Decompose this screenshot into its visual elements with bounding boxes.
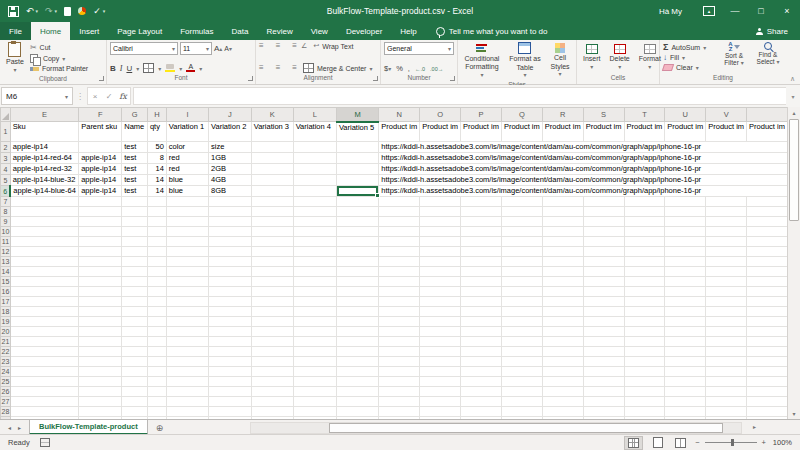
cell-K1[interactable]: Variation 3: [251, 122, 293, 142]
cell-N1[interactable]: Product im: [379, 122, 420, 142]
cell-F26[interactable]: [79, 387, 122, 397]
cell-U11[interactable]: [665, 237, 706, 247]
cell-F6[interactable]: apple-ip14: [79, 186, 122, 197]
cell-P9[interactable]: [461, 217, 502, 227]
cell-R27[interactable]: [542, 397, 583, 407]
cell-G22[interactable]: [122, 347, 148, 357]
cell-P18[interactable]: [461, 307, 502, 317]
cell-M25[interactable]: [336, 377, 378, 387]
cell-R11[interactable]: [542, 237, 583, 247]
cell-F3[interactable]: apple-ip14: [79, 153, 122, 164]
cell-N19[interactable]: [379, 317, 420, 327]
cell-S11[interactable]: [583, 237, 624, 247]
cell-Q15[interactable]: [501, 277, 542, 287]
cell-F2[interactable]: [79, 142, 122, 153]
cell-J17[interactable]: [209, 297, 252, 307]
cell-Q19[interactable]: [501, 317, 542, 327]
cell-J8[interactable]: [209, 207, 252, 217]
row-header-17[interactable]: 17: [1, 297, 11, 307]
cell-Q9[interactable]: [501, 217, 542, 227]
cell-G26[interactable]: [122, 387, 148, 397]
cancel-formula-icon[interactable]: ×: [88, 92, 102, 101]
cell-P1[interactable]: Product im: [461, 122, 502, 142]
zoom-slider[interactable]: [705, 442, 757, 443]
cell-T20[interactable]: [624, 327, 665, 337]
cell-K20[interactable]: [251, 327, 293, 337]
row-header-25[interactable]: 25: [1, 377, 11, 387]
cell-N23[interactable]: [379, 357, 420, 367]
tell-me-box[interactable]: Tell me what you want to do: [426, 22, 558, 40]
row-header-3[interactable]: 3: [1, 153, 11, 164]
cell-U19[interactable]: [665, 317, 706, 327]
share-button[interactable]: Share: [756, 22, 800, 40]
row-header-18[interactable]: 18: [1, 307, 11, 317]
cell-V13[interactable]: [706, 257, 747, 267]
cell-K19[interactable]: [251, 317, 293, 327]
cell-V27[interactable]: [706, 397, 747, 407]
cell-I22[interactable]: [166, 347, 208, 357]
row-header-13[interactable]: 13: [1, 257, 11, 267]
cell-E4[interactable]: apple-ip14-red-32: [10, 164, 78, 175]
cell-K15[interactable]: [251, 277, 293, 287]
row-header-10[interactable]: 10: [1, 227, 11, 237]
cell-V1[interactable]: Product im: [706, 122, 747, 142]
cell-K4[interactable]: [251, 164, 293, 175]
cell-P24[interactable]: [461, 367, 502, 377]
cell-P11[interactable]: [461, 237, 502, 247]
cell-W11[interactable]: [747, 237, 788, 247]
cell-F4[interactable]: apple-ip14: [79, 164, 122, 175]
cell-O22[interactable]: [420, 347, 461, 357]
sort-filter-button[interactable]: AZ Sort & Filter ▾: [718, 42, 750, 73]
row-header-24[interactable]: 24: [1, 367, 11, 377]
cell-Q25[interactable]: [501, 377, 542, 387]
cell-E27[interactable]: [10, 397, 78, 407]
cell-U20[interactable]: [665, 327, 706, 337]
cell-O20[interactable]: [420, 327, 461, 337]
cell-G18[interactable]: [122, 307, 148, 317]
cell-J21[interactable]: [209, 337, 252, 347]
cell-G13[interactable]: [122, 257, 148, 267]
clear-button[interactable]: Clear ▾: [663, 64, 715, 71]
cell-O7[interactable]: [420, 197, 461, 207]
row-header-21[interactable]: 21: [1, 337, 11, 347]
cell-S12[interactable]: [583, 247, 624, 257]
cell-I5[interactable]: blue: [166, 175, 208, 186]
cell-F13[interactable]: [79, 257, 122, 267]
cell-V26[interactable]: [706, 387, 747, 397]
cell-V10[interactable]: [706, 227, 747, 237]
borders-caret-icon[interactable]: ▾: [158, 65, 161, 72]
format-as-table-button[interactable]: Format as Table ▾: [506, 42, 544, 80]
cell-H23[interactable]: [147, 357, 166, 367]
zoom-in-icon[interactable]: +: [762, 438, 766, 447]
cell-R28[interactable]: [542, 407, 583, 417]
cell-K28[interactable]: [251, 407, 293, 417]
cell-I14[interactable]: [166, 267, 208, 277]
ribbon-tab-insert[interactable]: Insert: [70, 22, 108, 40]
cell-Q23[interactable]: [501, 357, 542, 367]
cell-T26[interactable]: [624, 387, 665, 397]
cell-L24[interactable]: [293, 367, 336, 377]
cell-K16[interactable]: [251, 287, 293, 297]
row-header-9[interactable]: 9: [1, 217, 11, 227]
cell-L1[interactable]: Variation 4: [293, 122, 336, 142]
cell-R12[interactable]: [542, 247, 583, 257]
cell-H19[interactable]: [147, 317, 166, 327]
cell-K10[interactable]: [251, 227, 293, 237]
cell-N7[interactable]: [379, 197, 420, 207]
cell-T16[interactable]: [624, 287, 665, 297]
cell-N12[interactable]: [379, 247, 420, 257]
cell-G24[interactable]: [122, 367, 148, 377]
cell-S10[interactable]: [583, 227, 624, 237]
row-header-6[interactable]: 6: [1, 186, 11, 197]
cell-J14[interactable]: [209, 267, 252, 277]
column-header-T[interactable]: T: [624, 108, 665, 122]
cell-J10[interactable]: [209, 227, 252, 237]
new-sheet-icon[interactable]: ⊕: [148, 420, 172, 435]
cell-E16[interactable]: [10, 287, 78, 297]
column-header-I[interactable]: I: [166, 108, 208, 122]
cell-T1[interactable]: Product im: [624, 122, 665, 142]
cell-L11[interactable]: [293, 237, 336, 247]
cell-W8[interactable]: [747, 207, 788, 217]
expand-formula-bar-icon[interactable]: ▾: [786, 93, 800, 100]
cell-R14[interactable]: [542, 267, 583, 277]
